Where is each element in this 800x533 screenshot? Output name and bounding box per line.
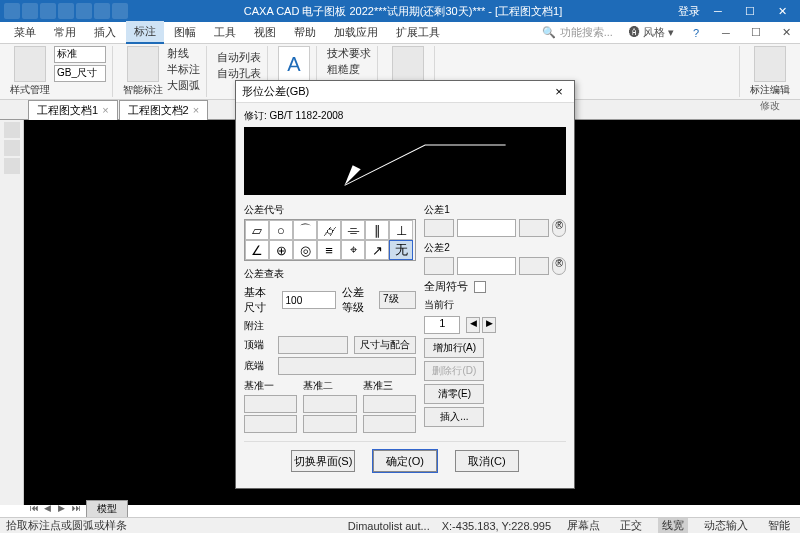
ribbon-item[interactable]: 技术要求 xyxy=(327,46,371,61)
style-manager-icon[interactable] xyxy=(14,46,46,82)
basic-size-input[interactable] xyxy=(282,291,336,309)
grade-select[interactable]: 7级 xyxy=(379,291,416,309)
del-line-button[interactable]: 删除行(D) xyxy=(424,361,484,381)
status-toggle[interactable]: 线宽 xyxy=(658,518,688,533)
symbol-cell[interactable]: ⌖ xyxy=(341,240,365,260)
symbol-cell[interactable]: ∥ xyxy=(365,220,389,240)
menu-item[interactable]: 图幅 xyxy=(166,22,204,43)
login-link[interactable]: 登录 xyxy=(678,4,700,19)
qat-icon[interactable] xyxy=(40,3,56,19)
top-note-input[interactable] xyxy=(278,336,348,354)
menu-item[interactable]: 帮助 xyxy=(286,22,324,43)
symbol-cell[interactable]: ↗ xyxy=(365,240,389,260)
symbol-cell[interactable]: ≡ xyxy=(317,240,341,260)
qat-icon[interactable] xyxy=(76,3,92,19)
status-toggle[interactable]: 正交 xyxy=(616,518,646,533)
insert-button[interactable]: 插入... xyxy=(424,407,484,427)
ribbon-item[interactable]: 自动孔表 xyxy=(217,66,261,81)
qat-icon[interactable] xyxy=(4,3,20,19)
symbol-cell-none[interactable]: 无 xyxy=(389,240,413,260)
switch-ui-button[interactable]: 切换界面(S) xyxy=(291,450,355,472)
tol1-prefix[interactable] xyxy=(424,219,454,237)
fit-button[interactable]: 尺寸与配合 xyxy=(354,336,416,354)
symbol-cell[interactable]: ⌒ xyxy=(293,220,317,240)
ribbon-item[interactable]: 粗糙度 xyxy=(327,62,371,77)
close-icon[interactable]: ✕ xyxy=(768,1,796,21)
side-tool-icon[interactable] xyxy=(4,140,20,156)
menu-item[interactable]: 工具 xyxy=(206,22,244,43)
tol1-mat-icon[interactable]: ® xyxy=(552,219,566,237)
menu-item[interactable]: 菜单 xyxy=(6,22,44,43)
tol1-value[interactable] xyxy=(457,219,516,237)
symbol-cell[interactable]: ⌭ xyxy=(317,220,341,240)
datum-input[interactable] xyxy=(303,395,356,413)
symbol-cell[interactable]: ∠ xyxy=(245,240,269,260)
tol2-mat-icon[interactable]: ® xyxy=(552,257,566,275)
minimize-icon[interactable]: ─ xyxy=(704,1,732,21)
status-toggle[interactable]: 动态输入 xyxy=(700,518,752,533)
cancel-button[interactable]: 取消(C) xyxy=(455,450,519,472)
allround-checkbox[interactable] xyxy=(474,281,486,293)
symbol-cell[interactable]: ▱ xyxy=(245,220,269,240)
datum-input[interactable] xyxy=(363,415,416,433)
datum-input[interactable] xyxy=(244,415,297,433)
dim-gb-select[interactable]: GB_尺寸 xyxy=(54,65,106,82)
dim-edit-icon[interactable] xyxy=(754,46,786,82)
ribbon-item[interactable]: 射线 xyxy=(167,46,200,61)
search-box[interactable]: 🔍功能搜索... xyxy=(542,25,621,40)
menu-item[interactable]: 常用 xyxy=(46,22,84,43)
model-tab[interactable]: 模型 xyxy=(86,500,128,518)
tab-nav-first-icon[interactable]: ⏮ xyxy=(30,503,42,515)
ribbon-max-icon[interactable]: ☐ xyxy=(742,23,770,43)
tol1-mod[interactable] xyxy=(519,219,549,237)
tab-nav-last-icon[interactable]: ⏭ xyxy=(72,503,84,515)
menu-item[interactable]: 插入 xyxy=(86,22,124,43)
qat-icon[interactable] xyxy=(94,3,110,19)
side-tool-icon[interactable] xyxy=(4,122,20,138)
tol2-value[interactable] xyxy=(457,257,516,275)
status-toggle[interactable]: 智能 xyxy=(764,518,794,533)
geo-tol-icon[interactable] xyxy=(392,46,424,82)
prev-line-icon[interactable]: ◀ xyxy=(466,317,480,333)
curline-input[interactable]: 1 xyxy=(424,316,460,334)
ribbon-item[interactable]: 大圆弧 xyxy=(167,78,200,93)
ribbon-item[interactable]: 半标注 xyxy=(167,62,200,77)
style-menu[interactable]: 🅐 风格 ▾ xyxy=(623,25,680,40)
datum-input[interactable] xyxy=(303,415,356,433)
symbol-cell[interactable]: ⊥ xyxy=(389,220,413,240)
add-line-button[interactable]: 增加行(A) xyxy=(424,338,484,358)
tab-nav-prev-icon[interactable]: ◀ xyxy=(44,503,56,515)
datum-input[interactable] xyxy=(244,395,297,413)
symbol-cell[interactable]: ⊕ xyxy=(269,240,293,260)
doc-tab[interactable]: 工程图文档1× xyxy=(28,100,118,120)
symbol-cell[interactable]: ◎ xyxy=(293,240,317,260)
text-icon[interactable]: A xyxy=(278,46,310,82)
side-tool-icon[interactable] xyxy=(4,158,20,174)
status-toggle[interactable]: 屏幕点 xyxy=(563,518,604,533)
ribbon-close-icon[interactable]: ✕ xyxy=(772,23,800,43)
maximize-icon[interactable]: ☐ xyxy=(736,1,764,21)
dim-style-select[interactable]: 标准 xyxy=(54,46,106,63)
tab-close-icon[interactable]: × xyxy=(102,104,108,116)
tab-close-icon[interactable]: × xyxy=(193,104,199,116)
datum-input[interactable] xyxy=(363,395,416,413)
clear-button[interactable]: 清零(E) xyxy=(424,384,484,404)
symbol-cell[interactable]: ○ xyxy=(269,220,293,240)
qat-icon[interactable] xyxy=(22,3,38,19)
menu-item[interactable]: 标注 xyxy=(126,21,164,44)
ribbon-min-icon[interactable]: ─ xyxy=(712,23,740,43)
menu-item[interactable]: 加载应用 xyxy=(326,22,386,43)
tab-nav-next-icon[interactable]: ▶ xyxy=(58,503,70,515)
help-icon[interactable]: ? xyxy=(682,23,710,43)
qat-icon[interactable] xyxy=(112,3,128,19)
tol2-mod[interactable] xyxy=(519,257,549,275)
dialog-close-icon[interactable]: × xyxy=(550,84,568,99)
tol2-prefix[interactable] xyxy=(424,257,454,275)
bottom-note-input[interactable] xyxy=(278,357,416,375)
menu-item[interactable]: 扩展工具 xyxy=(388,22,448,43)
next-line-icon[interactable]: ▶ xyxy=(482,317,496,333)
ribbon-item[interactable]: 自动列表 xyxy=(217,50,261,65)
qat-icon[interactable] xyxy=(58,3,74,19)
doc-tab[interactable]: 工程图文档2× xyxy=(119,100,209,120)
menu-item[interactable]: 视图 xyxy=(246,22,284,43)
